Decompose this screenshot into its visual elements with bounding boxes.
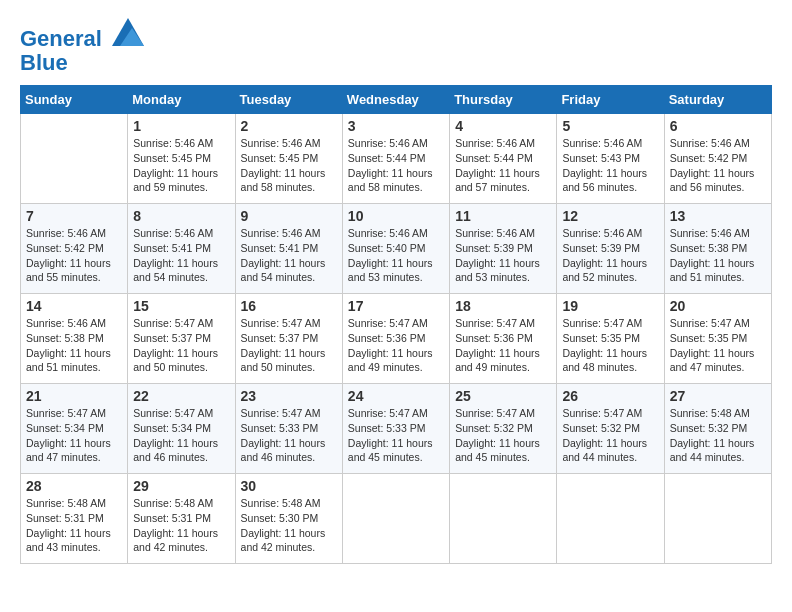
day-cell: 16Sunrise: 5:47 AM Sunset: 5:37 PM Dayli… bbox=[235, 294, 342, 384]
day-cell: 20Sunrise: 5:47 AM Sunset: 5:35 PM Dayli… bbox=[664, 294, 771, 384]
day-info: Sunrise: 5:46 AM Sunset: 5:39 PM Dayligh… bbox=[562, 226, 658, 285]
week-row-3: 14Sunrise: 5:46 AM Sunset: 5:38 PM Dayli… bbox=[21, 294, 772, 384]
day-cell: 23Sunrise: 5:47 AM Sunset: 5:33 PM Dayli… bbox=[235, 384, 342, 474]
day-cell: 15Sunrise: 5:47 AM Sunset: 5:37 PM Dayli… bbox=[128, 294, 235, 384]
day-number: 14 bbox=[26, 298, 122, 314]
day-cell bbox=[342, 474, 449, 564]
weekday-header-thursday: Thursday bbox=[450, 86, 557, 114]
day-cell: 18Sunrise: 5:47 AM Sunset: 5:36 PM Dayli… bbox=[450, 294, 557, 384]
day-cell: 27Sunrise: 5:48 AM Sunset: 5:32 PM Dayli… bbox=[664, 384, 771, 474]
day-number: 8 bbox=[133, 208, 229, 224]
day-info: Sunrise: 5:47 AM Sunset: 5:37 PM Dayligh… bbox=[133, 316, 229, 375]
logo-general: General bbox=[20, 26, 102, 51]
day-info: Sunrise: 5:46 AM Sunset: 5:39 PM Dayligh… bbox=[455, 226, 551, 285]
day-number: 23 bbox=[241, 388, 337, 404]
day-info: Sunrise: 5:47 AM Sunset: 5:34 PM Dayligh… bbox=[133, 406, 229, 465]
day-number: 19 bbox=[562, 298, 658, 314]
day-info: Sunrise: 5:46 AM Sunset: 5:43 PM Dayligh… bbox=[562, 136, 658, 195]
day-number: 15 bbox=[133, 298, 229, 314]
day-info: Sunrise: 5:48 AM Sunset: 5:30 PM Dayligh… bbox=[241, 496, 337, 555]
day-info: Sunrise: 5:46 AM Sunset: 5:44 PM Dayligh… bbox=[455, 136, 551, 195]
day-number: 27 bbox=[670, 388, 766, 404]
day-info: Sunrise: 5:47 AM Sunset: 5:32 PM Dayligh… bbox=[455, 406, 551, 465]
day-number: 12 bbox=[562, 208, 658, 224]
day-number: 22 bbox=[133, 388, 229, 404]
weekday-header-wednesday: Wednesday bbox=[342, 86, 449, 114]
weekday-header-monday: Monday bbox=[128, 86, 235, 114]
day-cell: 1Sunrise: 5:46 AM Sunset: 5:45 PM Daylig… bbox=[128, 114, 235, 204]
day-cell: 29Sunrise: 5:48 AM Sunset: 5:31 PM Dayli… bbox=[128, 474, 235, 564]
day-cell bbox=[450, 474, 557, 564]
day-info: Sunrise: 5:46 AM Sunset: 5:41 PM Dayligh… bbox=[241, 226, 337, 285]
day-number: 20 bbox=[670, 298, 766, 314]
day-info: Sunrise: 5:48 AM Sunset: 5:31 PM Dayligh… bbox=[133, 496, 229, 555]
day-cell: 2Sunrise: 5:46 AM Sunset: 5:45 PM Daylig… bbox=[235, 114, 342, 204]
day-cell: 10Sunrise: 5:46 AM Sunset: 5:40 PM Dayli… bbox=[342, 204, 449, 294]
calendar-table: SundayMondayTuesdayWednesdayThursdayFrid… bbox=[20, 85, 772, 564]
day-number: 10 bbox=[348, 208, 444, 224]
logo: General Blue bbox=[20, 20, 144, 75]
day-cell: 4Sunrise: 5:46 AM Sunset: 5:44 PM Daylig… bbox=[450, 114, 557, 204]
day-cell: 5Sunrise: 5:46 AM Sunset: 5:43 PM Daylig… bbox=[557, 114, 664, 204]
weekday-header-tuesday: Tuesday bbox=[235, 86, 342, 114]
day-info: Sunrise: 5:48 AM Sunset: 5:32 PM Dayligh… bbox=[670, 406, 766, 465]
day-number: 11 bbox=[455, 208, 551, 224]
day-number: 7 bbox=[26, 208, 122, 224]
day-cell: 26Sunrise: 5:47 AM Sunset: 5:32 PM Dayli… bbox=[557, 384, 664, 474]
day-cell: 14Sunrise: 5:46 AM Sunset: 5:38 PM Dayli… bbox=[21, 294, 128, 384]
day-cell: 12Sunrise: 5:46 AM Sunset: 5:39 PM Dayli… bbox=[557, 204, 664, 294]
day-number: 28 bbox=[26, 478, 122, 494]
day-info: Sunrise: 5:46 AM Sunset: 5:45 PM Dayligh… bbox=[241, 136, 337, 195]
day-number: 4 bbox=[455, 118, 551, 134]
day-cell bbox=[21, 114, 128, 204]
day-info: Sunrise: 5:48 AM Sunset: 5:31 PM Dayligh… bbox=[26, 496, 122, 555]
day-info: Sunrise: 5:47 AM Sunset: 5:33 PM Dayligh… bbox=[241, 406, 337, 465]
day-info: Sunrise: 5:46 AM Sunset: 5:44 PM Dayligh… bbox=[348, 136, 444, 195]
week-row-1: 1Sunrise: 5:46 AM Sunset: 5:45 PM Daylig… bbox=[21, 114, 772, 204]
day-number: 29 bbox=[133, 478, 229, 494]
day-info: Sunrise: 5:46 AM Sunset: 5:42 PM Dayligh… bbox=[670, 136, 766, 195]
day-number: 13 bbox=[670, 208, 766, 224]
day-cell: 3Sunrise: 5:46 AM Sunset: 5:44 PM Daylig… bbox=[342, 114, 449, 204]
day-info: Sunrise: 5:47 AM Sunset: 5:36 PM Dayligh… bbox=[348, 316, 444, 375]
week-row-4: 21Sunrise: 5:47 AM Sunset: 5:34 PM Dayli… bbox=[21, 384, 772, 474]
logo-icon bbox=[112, 18, 144, 46]
day-number: 30 bbox=[241, 478, 337, 494]
day-cell: 6Sunrise: 5:46 AM Sunset: 5:42 PM Daylig… bbox=[664, 114, 771, 204]
day-cell bbox=[557, 474, 664, 564]
day-number: 21 bbox=[26, 388, 122, 404]
day-cell: 24Sunrise: 5:47 AM Sunset: 5:33 PM Dayli… bbox=[342, 384, 449, 474]
day-cell: 13Sunrise: 5:46 AM Sunset: 5:38 PM Dayli… bbox=[664, 204, 771, 294]
day-info: Sunrise: 5:47 AM Sunset: 5:33 PM Dayligh… bbox=[348, 406, 444, 465]
day-info: Sunrise: 5:47 AM Sunset: 5:35 PM Dayligh… bbox=[670, 316, 766, 375]
day-cell: 28Sunrise: 5:48 AM Sunset: 5:31 PM Dayli… bbox=[21, 474, 128, 564]
day-number: 3 bbox=[348, 118, 444, 134]
day-info: Sunrise: 5:46 AM Sunset: 5:41 PM Dayligh… bbox=[133, 226, 229, 285]
day-cell: 30Sunrise: 5:48 AM Sunset: 5:30 PM Dayli… bbox=[235, 474, 342, 564]
day-cell: 11Sunrise: 5:46 AM Sunset: 5:39 PM Dayli… bbox=[450, 204, 557, 294]
day-info: Sunrise: 5:47 AM Sunset: 5:34 PM Dayligh… bbox=[26, 406, 122, 465]
week-row-5: 28Sunrise: 5:48 AM Sunset: 5:31 PM Dayli… bbox=[21, 474, 772, 564]
weekday-header-friday: Friday bbox=[557, 86, 664, 114]
page-header: General Blue bbox=[20, 20, 772, 75]
day-cell: 22Sunrise: 5:47 AM Sunset: 5:34 PM Dayli… bbox=[128, 384, 235, 474]
day-cell: 19Sunrise: 5:47 AM Sunset: 5:35 PM Dayli… bbox=[557, 294, 664, 384]
day-cell: 9Sunrise: 5:46 AM Sunset: 5:41 PM Daylig… bbox=[235, 204, 342, 294]
day-number: 5 bbox=[562, 118, 658, 134]
weekday-header-sunday: Sunday bbox=[21, 86, 128, 114]
day-cell: 25Sunrise: 5:47 AM Sunset: 5:32 PM Dayli… bbox=[450, 384, 557, 474]
day-number: 2 bbox=[241, 118, 337, 134]
day-number: 18 bbox=[455, 298, 551, 314]
day-cell: 8Sunrise: 5:46 AM Sunset: 5:41 PM Daylig… bbox=[128, 204, 235, 294]
weekday-header-saturday: Saturday bbox=[664, 86, 771, 114]
day-info: Sunrise: 5:46 AM Sunset: 5:45 PM Dayligh… bbox=[133, 136, 229, 195]
day-number: 24 bbox=[348, 388, 444, 404]
day-info: Sunrise: 5:46 AM Sunset: 5:38 PM Dayligh… bbox=[670, 226, 766, 285]
day-info: Sunrise: 5:47 AM Sunset: 5:32 PM Dayligh… bbox=[562, 406, 658, 465]
day-info: Sunrise: 5:47 AM Sunset: 5:36 PM Dayligh… bbox=[455, 316, 551, 375]
day-number: 6 bbox=[670, 118, 766, 134]
day-number: 25 bbox=[455, 388, 551, 404]
day-cell: 7Sunrise: 5:46 AM Sunset: 5:42 PM Daylig… bbox=[21, 204, 128, 294]
day-cell bbox=[664, 474, 771, 564]
day-cell: 21Sunrise: 5:47 AM Sunset: 5:34 PM Dayli… bbox=[21, 384, 128, 474]
